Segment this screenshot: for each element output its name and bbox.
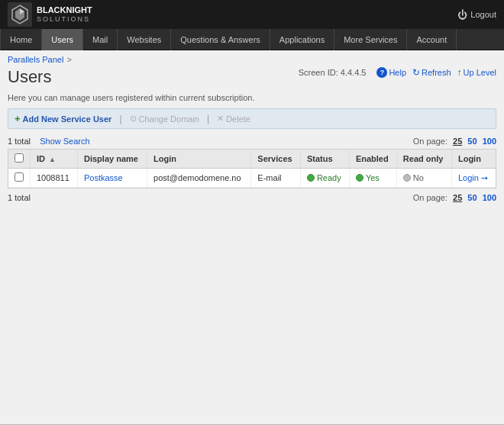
page-size-100-top[interactable]: 100 xyxy=(483,137,496,146)
help-link[interactable]: ? Help xyxy=(376,67,406,78)
row-enabled: Yes xyxy=(349,169,396,188)
on-page-top: On page: 25 50 100 xyxy=(413,137,496,146)
col-checkbox xyxy=(8,150,31,169)
toolbar-separator-1: | xyxy=(119,114,121,124)
nav-item-applications[interactable]: Applications xyxy=(270,29,334,50)
add-new-service-user-button[interactable]: + Add New Service User xyxy=(15,113,111,124)
col-enabled: Enabled xyxy=(349,150,396,169)
on-page-bottom: On page: 25 50 100 xyxy=(413,193,496,202)
screen-id: Screen ID: 4.4.4.5 xyxy=(299,68,367,77)
row-checkbox-cell xyxy=(8,169,31,188)
logout-button[interactable]: ⏻ Logout xyxy=(457,9,496,21)
help-icon: ? xyxy=(376,67,387,78)
change-domain-button[interactable]: ⊙ Change Domain xyxy=(130,114,200,124)
row-checkbox[interactable] xyxy=(15,172,24,182)
page-description: Here you can manage users registered wit… xyxy=(0,90,504,108)
top-actions: Screen ID: 4.4.4.5 ? Help ↻ Refresh ↑ Up… xyxy=(299,67,496,78)
col-id[interactable]: ID ▲ xyxy=(31,150,78,169)
power-icon: ⏻ xyxy=(457,9,467,21)
row-login-action: Login ➙ xyxy=(451,169,496,188)
total-count-left: 1 total Show Search xyxy=(8,137,90,146)
table-header: ID ▲ Display name Login Services Status … xyxy=(8,150,496,169)
logo-icon xyxy=(8,2,32,27)
plus-icon: + xyxy=(15,113,21,124)
refresh-link[interactable]: ↻ Refresh xyxy=(412,67,451,78)
breadcrumb-parallels-panel[interactable]: Parallels Panel xyxy=(8,55,63,64)
nav-item-qa[interactable]: Questions & Answers xyxy=(171,29,270,50)
page-title: Users xyxy=(8,67,51,87)
header: BLACKNIGHT SOLUTIONS ⏻ Logout xyxy=(0,0,504,29)
page-size-100-bottom[interactable]: 100 xyxy=(483,193,496,202)
breadcrumb: Parallels Panel > xyxy=(0,50,504,66)
table-body: 1008811 Postkasse post@demodomene.no E-m… xyxy=(8,169,496,188)
col-services: Services xyxy=(251,150,301,169)
nav-item-mail[interactable]: Mail xyxy=(83,29,118,50)
toolbar-separator-2: | xyxy=(207,114,209,124)
col-status: Status xyxy=(300,150,349,169)
page-size-25-bottom[interactable]: 25 xyxy=(453,193,462,202)
row-services: E-mail xyxy=(251,169,301,188)
nav-item-more-services[interactable]: More Services xyxy=(334,29,407,50)
refresh-icon: ↻ xyxy=(412,67,420,78)
row-status: Ready xyxy=(300,169,349,188)
delete-button[interactable]: ✕ Delete xyxy=(217,114,250,124)
content-area: Parallels Panel > Users Screen ID: 4.4.4… xyxy=(0,50,504,424)
enabled-green-circle xyxy=(356,174,363,182)
nav-item-home[interactable]: Home xyxy=(0,29,42,50)
breadcrumb-separator: > xyxy=(66,55,71,64)
row-read-only: No xyxy=(396,169,451,188)
delete-icon: ✕ xyxy=(217,114,224,124)
page-size-50-bottom[interactable]: 50 xyxy=(467,193,477,202)
nav-item-users[interactable]: Users xyxy=(42,29,83,50)
status-green-circle xyxy=(307,174,315,182)
nav-item-account[interactable]: Account xyxy=(407,29,457,50)
logo: BLACKNIGHT SOLUTIONS xyxy=(8,2,92,27)
col-login: Login xyxy=(147,150,251,169)
row-display-name: Postkasse xyxy=(77,169,147,188)
uplevel-icon: ↑ xyxy=(457,67,462,78)
navigation: Home Users Mail Websites Questions & Ans… xyxy=(0,29,504,50)
col-read-only: Read only xyxy=(396,150,451,169)
up-level-link[interactable]: ↑ Up Level xyxy=(457,67,496,78)
row-id: 1008811 xyxy=(31,169,78,188)
summary-row-bottom: 1 total On page: 25 50 100 xyxy=(0,188,504,205)
users-table-wrap: ID ▲ Display name Login Services Status … xyxy=(8,149,496,188)
page-size-50-top[interactable]: 50 xyxy=(467,137,477,146)
toolbar: + Add New Service User | ⊙ Change Domain… xyxy=(8,108,496,129)
row-login: post@demodomene.no xyxy=(147,169,251,188)
sort-asc-icon: ▲ xyxy=(49,156,56,163)
user-link[interactable]: Postkasse xyxy=(84,173,123,182)
users-table: ID ▲ Display name Login Services Status … xyxy=(8,150,496,188)
readonly-grey-circle xyxy=(403,174,411,182)
summary-row-top: 1 total Show Search On page: 25 50 100 xyxy=(0,135,504,149)
page-size-25-top[interactable]: 25 xyxy=(453,137,462,146)
table-row: 1008811 Postkasse post@demodomene.no E-m… xyxy=(8,169,496,188)
show-search-link[interactable]: Show Search xyxy=(40,137,89,146)
login-action-link[interactable]: Login ➙ xyxy=(458,173,488,182)
select-all-checkbox[interactable] xyxy=(15,153,24,163)
change-domain-icon: ⊙ xyxy=(130,114,137,124)
col-login-action: Login xyxy=(451,150,496,169)
col-display-name: Display name xyxy=(77,150,147,169)
nav-item-websites[interactable]: Websites xyxy=(118,29,171,50)
total-count-bottom: 1 total xyxy=(8,193,31,202)
col-id-label: ID xyxy=(37,154,45,163)
page-title-row: Users Screen ID: 4.4.4.5 ? Help ↻ Refres… xyxy=(0,66,504,90)
logo-text: BLACKNIGHT SOLUTIONS xyxy=(37,5,92,24)
